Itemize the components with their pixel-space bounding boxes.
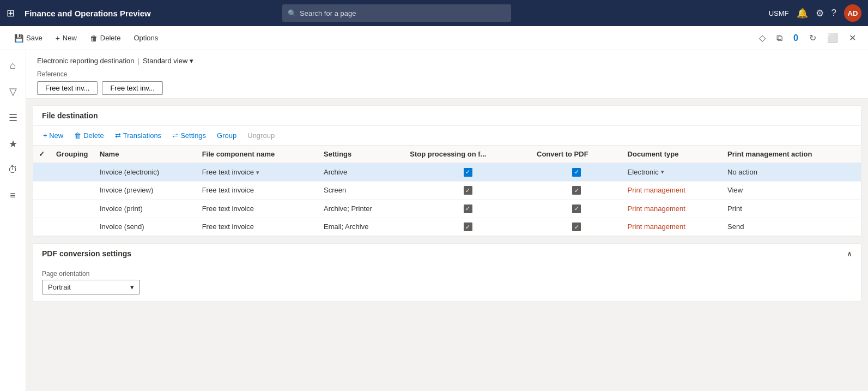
row-name: Invoice (preview) — [94, 181, 197, 200]
open-icon[interactable]: ⬜ — [824, 31, 841, 45]
convert-pdf-checkbox[interactable]: ✓ — [572, 168, 581, 177]
duplicate-icon[interactable]: ⧉ — [773, 31, 786, 45]
settings-icon[interactable]: ⚙ — [816, 8, 824, 19]
sidebar-recent-icon[interactable]: ⏱ — [4, 160, 22, 180]
row-convert-pdf[interactable]: ✓ — [531, 181, 622, 200]
table-row[interactable]: Invoice (print)Free text invoiceArchive;… — [33, 200, 861, 218]
options-button[interactable]: Options — [128, 31, 163, 45]
pdf-section-header: PDF conversion settings ∧ — [33, 244, 861, 263]
fd-delete-button[interactable]: 🗑 Delete — [70, 129, 108, 142]
fd-delete-icon: 🗑 — [74, 131, 81, 140]
fd-delete-label: Delete — [83, 131, 104, 140]
row-document-type: Electronic ▾ — [622, 163, 722, 182]
convert-pdf-checkbox[interactable]: ✓ — [572, 222, 581, 231]
new-button[interactable]: + New — [50, 31, 82, 46]
col-file-component: File component name — [197, 146, 318, 163]
fd-settings-button[interactable]: ⇌ Settings — [168, 129, 210, 142]
fd-group-button[interactable]: Group — [213, 129, 241, 142]
col-settings: Settings — [318, 146, 404, 163]
search-icon: 🔍 — [288, 9, 296, 17]
sidebar-list-icon[interactable]: ≡ — [5, 185, 20, 206]
col-print-action: Print management action — [722, 146, 861, 163]
row-name: Invoice (send) — [94, 218, 197, 236]
row-settings: Email; Archive — [318, 218, 404, 236]
breadcrumb-separator: | — [138, 57, 139, 65]
row-check[interactable] — [33, 218, 51, 236]
delete-button[interactable]: 🗑 Delete — [84, 31, 126, 46]
refresh-icon[interactable]: ↻ — [806, 31, 820, 45]
fd-ungroup-button: Ungroup — [243, 129, 279, 142]
table-row[interactable]: Invoice (preview)Free text invoiceScreen… — [33, 181, 861, 200]
row-check[interactable] — [33, 200, 51, 218]
delete-label: Delete — [100, 34, 121, 42]
app-title: Finance and Operations Preview — [25, 9, 151, 18]
collapse-icon[interactable]: ∧ — [847, 250, 852, 258]
row-grouping — [51, 200, 94, 218]
pdf-section-title: PDF conversion settings — [42, 249, 131, 258]
row-stop-processing[interactable]: ✓ — [404, 163, 531, 182]
row-document-type: Print management — [622, 218, 722, 236]
main-layout: ⌂ ▽ ☰ ★ ⏱ ≡ Electronic reporting destina… — [0, 50, 868, 391]
doc-type-value: Electronic — [628, 168, 659, 176]
table-row[interactable]: Invoice (send)Free text invoiceEmail; Ar… — [33, 218, 861, 236]
reference-label: Reference — [37, 70, 857, 78]
row-stop-processing[interactable]: ✓ — [404, 181, 531, 200]
save-button[interactable]: 💾 Save — [9, 31, 48, 46]
sidebar-favorites-icon[interactable]: ★ — [4, 134, 22, 154]
file-destination-toolbar: + New 🗑 Delete ⇄ Translations ⇌ Settings… — [33, 126, 861, 146]
fd-new-button[interactable]: + New — [39, 129, 68, 142]
standard-view-button[interactable]: Standard view ▾ — [143, 57, 193, 65]
search-bar[interactable]: 🔍 Search for a page — [282, 4, 511, 22]
row-convert-pdf[interactable]: ✓ — [531, 200, 622, 218]
ref-btn-2[interactable]: Free text inv... — [102, 81, 162, 95]
table-row[interactable]: Invoice (electronic)Free text invoice ▾A… — [33, 163, 861, 182]
file-destination-table: ✓ Grouping Name File component name Sett… — [33, 146, 861, 236]
doc-type-print-mgmt: Print management — [628, 186, 685, 194]
stop-processing-checkbox[interactable]: ✓ — [464, 168, 472, 177]
file-destination-section: File destination + New 🗑 Delete ⇄ Transl… — [33, 105, 861, 237]
top-bar-right: USMF 🔔 ⚙ ? AD — [769, 4, 861, 22]
row-check[interactable] — [33, 163, 51, 182]
row-settings: Screen — [318, 181, 404, 200]
avatar[interactable]: AD — [844, 4, 861, 22]
breadcrumb: Electronic reporting destination | Stand… — [37, 57, 857, 65]
stop-processing-checkbox[interactable]: ✓ — [464, 204, 472, 213]
reference-buttons: Free text inv... Free text inv... — [37, 81, 857, 95]
doc-type-chevron[interactable]: ▾ — [661, 169, 664, 176]
row-settings: Archive — [318, 163, 404, 182]
row-convert-pdf[interactable]: ✓ — [531, 163, 622, 182]
row-check[interactable] — [33, 181, 51, 200]
waffle-icon[interactable]: ⊞ — [7, 7, 15, 19]
close-icon[interactable]: ✕ — [846, 31, 859, 45]
row-print-action: No action — [722, 163, 861, 182]
convert-pdf-checkbox[interactable]: ✓ — [572, 186, 581, 195]
row-convert-pdf[interactable]: ✓ — [531, 218, 622, 236]
convert-pdf-checkbox[interactable]: ✓ — [572, 204, 581, 213]
ref-btn-1[interactable]: Free text inv... — [37, 81, 98, 95]
diamond-icon[interactable]: ◇ — [756, 31, 769, 45]
row-stop-processing[interactable]: ✓ — [404, 218, 531, 236]
help-icon[interactable]: ? — [831, 8, 836, 19]
sidebar-menu-icon[interactable]: ☰ — [4, 107, 22, 128]
sidebar-filter-icon[interactable]: ▽ — [5, 81, 21, 102]
fd-translations-label: Translations — [123, 131, 161, 140]
file-destination-title: File destination — [42, 111, 98, 120]
badge-icon[interactable]: 0 — [790, 31, 802, 45]
page-orientation-select[interactable]: Portrait ▾ — [42, 280, 140, 294]
content-header: Electronic reporting destination | Stand… — [26, 50, 868, 99]
sidebar-home-icon[interactable]: ⌂ — [5, 56, 20, 76]
search-placeholder: Search for a page — [300, 9, 356, 17]
file-component-chevron[interactable]: ▾ — [256, 169, 259, 176]
stop-processing-checkbox[interactable]: ✓ — [464, 186, 472, 195]
col-convert-pdf: Convert to PDF — [531, 146, 622, 163]
row-stop-processing[interactable]: ✓ — [404, 200, 531, 218]
command-bar-right: ◇ ⧉ 0 ↻ ⬜ ✕ — [756, 31, 859, 45]
col-document-type: Document type — [622, 146, 722, 163]
row-file-component: Free text invoice — [197, 200, 318, 218]
notification-icon[interactable]: 🔔 — [797, 8, 808, 19]
options-label: Options — [133, 34, 158, 42]
page-orientation-value: Portrait — [48, 283, 71, 291]
fd-translations-button[interactable]: ⇄ Translations — [111, 129, 166, 142]
stop-processing-checkbox[interactable]: ✓ — [464, 222, 472, 231]
view-name: Standard view — [143, 57, 187, 65]
